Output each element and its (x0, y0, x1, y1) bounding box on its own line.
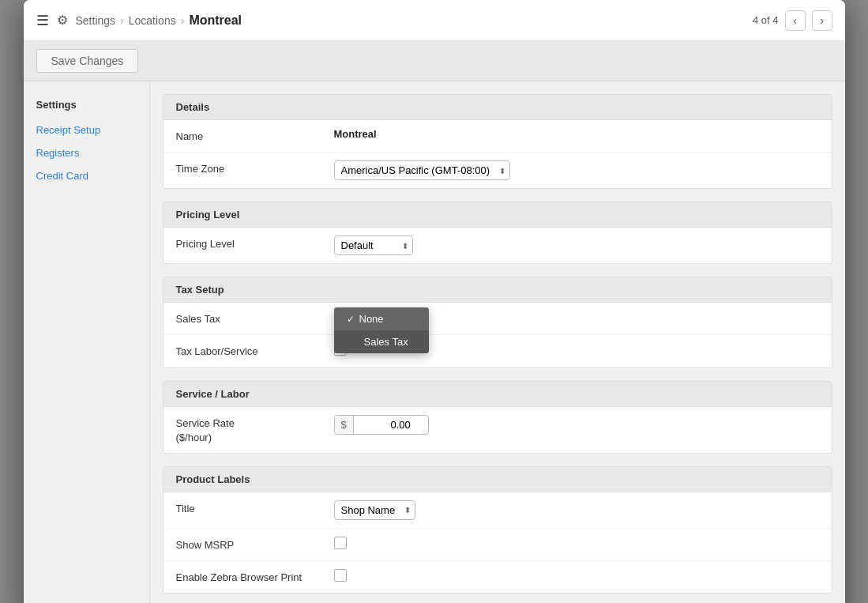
content: Details Name Montreal Time Zone America/… (150, 81, 845, 603)
title-value: Shop Name (334, 500, 819, 520)
breadcrumb-locations[interactable]: Locations (129, 14, 176, 27)
details-section: Details Name Montreal Time Zone America/… (163, 94, 832, 189)
next-button[interactable]: › (812, 10, 832, 31)
product-labels-heading: Product Labels (163, 467, 832, 492)
header: ☰ ⚙ Settings › Locations › Montreal 4 of… (24, 0, 845, 41)
details-heading: Details (163, 95, 832, 120)
breadcrumb-sep-1: › (120, 14, 124, 27)
product-labels-section: Product Labels Title Shop Name Show MSRP (163, 466, 832, 594)
service-rate-row: Service Rate($/hour) $ (163, 407, 832, 453)
prev-button[interactable]: ‹ (785, 10, 806, 31)
sidebar-item-registers[interactable]: Registers (24, 141, 149, 164)
msrp-value (334, 537, 819, 552)
sales-tax-row: Sales Tax ✓ None Sales Tax (163, 303, 832, 335)
dropdown-none-label: None (359, 313, 384, 325)
header-left: ☰ ⚙ Settings › Locations › Montreal (36, 12, 242, 29)
tax-heading: Tax Setup (163, 277, 832, 303)
timezone-select-wrapper: America/US Pacific (GMT-08:00) (334, 160, 510, 180)
timezone-row: Time Zone America/US Pacific (GMT-08:00) (163, 153, 832, 188)
pricing-select-wrapper: Default (334, 236, 413, 255)
pricing-select[interactable]: Default (334, 236, 413, 255)
tax-labor-label: Tax Labor/Service (176, 343, 334, 359)
check-icon: ✓ (347, 314, 355, 325)
pricing-row: Pricing Level Default (163, 228, 832, 263)
msrp-checkbox[interactable] (334, 537, 347, 549)
zebra-value (334, 569, 819, 584)
sidebar-item-credit-card[interactable]: Credit Card (24, 164, 149, 187)
dropdown-item-none[interactable]: ✓ None (334, 307, 429, 330)
dropdown-item-sales-tax[interactable]: Sales Tax (334, 330, 429, 353)
zebra-label: Enable Zebra Browser Print (176, 569, 334, 585)
service-rate-label: Service Rate($/hour) (176, 415, 334, 445)
sales-tax-dropdown[interactable]: ✓ None Sales Tax (334, 307, 429, 353)
main-layout: Settings Receipt Setup Registers Credit … (24, 81, 845, 603)
sidebar-item-receipt-setup[interactable]: Receipt Setup (24, 119, 149, 141)
service-rate-input-wrapper: $ (334, 415, 429, 435)
tax-section: Tax Setup Sales Tax ✓ None Sales T (163, 277, 832, 367)
toolbar: Save Changes (24, 41, 845, 81)
tax-labor-row: Tax Labor/Service (163, 335, 832, 367)
header-right: 4 of 4 ‹ › (753, 10, 832, 31)
zebra-checkbox[interactable] (334, 569, 347, 582)
timezone-label: Time Zone (176, 160, 334, 176)
name-value: Montreal (334, 128, 819, 140)
app-window: ☰ ⚙ Settings › Locations › Montreal 4 of… (24, 0, 845, 603)
service-section: Service / Labor Service Rate($/hour) $ (163, 381, 832, 454)
breadcrumb-current: Montreal (189, 13, 242, 28)
zebra-row: Enable Zebra Browser Print (163, 561, 832, 593)
service-rate-value: $ (334, 415, 819, 435)
pricing-value: Default (334, 236, 819, 255)
msrp-label: Show MSRP (176, 537, 334, 552)
hamburger-icon[interactable]: ☰ (36, 12, 49, 29)
timezone-select[interactable]: America/US Pacific (GMT-08:00) (334, 160, 510, 180)
title-select[interactable]: Shop Name (334, 500, 415, 520)
service-heading: Service / Labor (163, 382, 832, 407)
sidebar: Settings Receipt Setup Registers Credit … (24, 81, 150, 603)
title-label: Title (176, 500, 334, 516)
save-changes-button[interactable]: Save Changes (36, 49, 139, 73)
pricing-label: Pricing Level (176, 236, 334, 251)
service-rate-input[interactable] (354, 416, 417, 434)
msrp-row: Show MSRP (163, 529, 832, 561)
name-label: Name (176, 128, 334, 144)
pagination-label: 4 of 4 (753, 14, 779, 26)
dropdown-salestax-label: Sales Tax (364, 336, 408, 348)
sidebar-heading: Settings (24, 94, 149, 119)
gear-icon: ⚙ (57, 13, 68, 28)
title-select-wrapper: Shop Name (334, 500, 415, 520)
title-row: Title Shop Name (163, 492, 832, 529)
dollar-prefix: $ (335, 416, 354, 434)
breadcrumb: Settings › Locations › Montreal (76, 13, 242, 28)
timezone-value: America/US Pacific (GMT-08:00) (334, 160, 819, 180)
sales-tax-label: Sales Tax (176, 311, 334, 326)
breadcrumb-sep-2: › (181, 14, 185, 27)
breadcrumb-settings[interactable]: Settings (76, 14, 116, 27)
name-row: Name Montreal (163, 120, 832, 153)
pricing-section: Pricing Level Pricing Level Default (163, 202, 832, 264)
pricing-heading: Pricing Level (163, 202, 832, 228)
